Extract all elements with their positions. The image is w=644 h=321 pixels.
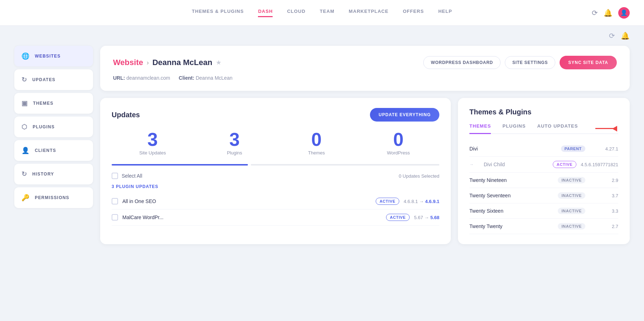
progress-bars [112,164,439,166]
sidebar-label-updates: UPDATES [32,77,55,82]
plugin-checkbox-0[interactable] [112,198,118,204]
plugin-badge-0: ACTIVE [376,198,399,205]
theme-row-4: Twenty Sixteen INACTIVE 3.3 [469,203,618,219]
two-column-section: Updates UPDATE EVERYTHING 3 Site Updates… [100,98,630,244]
plugin-name-1: MalCare WordPr... [122,214,382,220]
theme-name-divi: Divi [469,146,557,152]
select-all-checkbox[interactable] [112,173,118,179]
theme-row-5: Twenty Twenty INACTIVE 2.7 [469,219,618,234]
sync-site-data-button[interactable]: SYNC SITE DATA [560,56,617,69]
theme-version-seventeen: 3.7 [590,193,618,198]
globe-icon: 🌐 [21,52,30,60]
theme-version-sixteen: 3.3 [590,208,618,214]
theme-badge-divi-child: ACTIVE [553,161,576,168]
main-content: Website › Deanna McLean ★ WORDPRESS DASH… [100,46,630,244]
star-icon[interactable]: ★ [216,59,221,66]
plugin-row-0: All in One SEO ACTIVE 4.6.8.1 → 4.6.9.1 [112,193,439,209]
themes-tabs: THEMES PLUGINS AUTO UPDATES [469,123,618,134]
sidebar-item-clients[interactable]: 👤 CLIENTS [14,140,93,161]
site-actions: WORDPRESS DASHBOARD SITE SETTINGS SYNC S… [423,56,617,69]
main-layout: 🌐 WEBSITES ↻ UPDATES ▣ THEMES ⬡ PLUGINS … [0,46,644,258]
arrow-indicator [595,128,618,129]
bell-icon[interactable]: 🔔 [604,9,613,17]
sidebar-item-history[interactable]: ↻ HISTORY [14,164,93,184]
theme-row-1: → Divi Child ACTIVE 4.5.6.1597771821 [469,157,618,173]
site-header-top: Website › Deanna McLean ★ WORDPRESS DASH… [113,56,617,69]
wordpress-dashboard-button[interactable]: WORDPRESS DASHBOARD [423,56,501,69]
plugin-checkbox-1[interactable] [112,214,118,221]
theme-name-seventeen: Twenty Seventeen [469,193,553,198]
stat-number-plugins: 3 [194,130,275,149]
site-url-value: deannamclean.com [126,75,170,81]
plugin-name-0: All in One SEO [122,198,371,204]
notification-icon[interactable]: 🔔 [621,31,630,40]
sidebar-item-websites[interactable]: 🌐 WEBSITES [14,46,93,66]
theme-version-twenty: 2.7 [590,224,618,229]
stat-number-wordpress: 0 [357,130,439,149]
site-client-value: Deanna McLean [196,75,233,81]
themes-panel-title: Themes & Plugins [469,108,618,116]
stat-site-updates: 3 Site Updates [112,130,194,155]
update-everything-button[interactable]: UPDATE EVERYTHING [370,108,439,122]
refresh-icon[interactable]: ⟳ [592,9,598,17]
nav-help[interactable]: HELP [438,9,452,17]
history-icon: ↻ [21,170,27,178]
stat-label-site-updates: Site Updates [112,150,194,155]
site-meta: URL: deannamclean.com Client: Deanna McL… [113,75,617,81]
themes-icon: ▣ [21,99,28,107]
progress-bar-inactive [251,164,439,166]
sidebar-label-websites: WEBSITES [35,54,60,59]
sidebar-item-permissions[interactable]: 🔑 PERMISSIONS [14,187,93,208]
tab-plugins[interactable]: PLUGINS [502,123,526,134]
stat-plugins: 3 Plugins [194,130,275,155]
user-avatar[interactable]: 👤 [618,7,630,19]
nav-marketplace[interactable]: MARKETPLACE [349,9,389,17]
select-all-left: Select All [112,173,142,179]
theme-version-nineteen: 2.9 [590,178,618,183]
nav-cloud[interactable]: CLOUD [287,9,305,17]
stat-wordpress: 0 WordPress [357,130,439,155]
select-all-row: Select All 0 Updates Selected [112,173,439,179]
sidebar-item-plugins[interactable]: ⬡ PLUGINS [14,117,93,137]
breadcrumb-website[interactable]: Website [113,58,143,67]
theme-badge-divi: PARENT [561,145,585,152]
stat-label-themes: Themes [275,150,357,155]
nav-items: THEMES & PLUGINS DASH CLOUD TEAM MARKETP… [192,9,452,17]
nav-offers[interactable]: OFFERS [403,9,424,17]
stat-label-plugins: Plugins [194,150,275,155]
permissions-icon: 🔑 [21,194,30,202]
theme-badge-nineteen: INACTIVE [558,177,585,183]
stat-number-themes: 0 [275,130,357,149]
nav-dash[interactable]: DASH [258,9,273,17]
plugins-icon: ⬡ [21,123,28,131]
stats-row: 3 Site Updates 3 Plugins 0 Themes 0 Word… [112,130,439,155]
tab-themes[interactable]: THEMES [469,123,491,134]
select-all-label[interactable]: Select All [122,173,142,179]
site-settings-button[interactable]: SITE SETTINGS [505,56,555,69]
arrow-red [595,128,617,129]
updates-header: Updates UPDATE EVERYTHING [112,108,439,122]
theme-version-divi: 4.27.1 [590,146,618,152]
theme-row-2: Twenty Nineteen INACTIVE 2.9 [469,173,618,188]
sidebar-item-updates[interactable]: ↻ UPDATES [14,69,93,90]
nav-team[interactable]: TEAM [320,9,335,17]
theme-name-sixteen: Twenty Sixteen [469,208,553,214]
plugin-badge-1: ACTIVE [386,214,410,221]
stat-number-site-updates: 3 [112,130,194,149]
breadcrumb: Website › Deanna McLean ★ [113,58,221,67]
updates-panel: Updates UPDATE EVERYTHING 3 Site Updates… [100,98,451,244]
sidebar-label-themes: THEMES [33,101,53,106]
updates-count: 0 Updates Selected [399,173,439,179]
tab-auto-updates[interactable]: AUTO UPDATES [537,123,578,134]
sync-icon[interactable]: ⟳ [609,31,615,40]
sidebar-item-themes[interactable]: ▣ THEMES [14,93,93,114]
sidebar-label-plugins: PLUGINS [33,124,55,129]
themes-panel: Themes & Plugins THEMES PLUGINS AUTO UPD… [458,98,630,244]
nav-themes-plugins[interactable]: THEMES & PLUGINS [192,9,244,17]
stat-themes: 0 Themes [275,130,357,155]
theme-badge-sixteen: INACTIVE [558,208,585,214]
updates-title: Updates [112,111,140,119]
top-navigation: THEMES & PLUGINS DASH CLOUD TEAM MARKETP… [0,0,644,26]
plugin-updates-label: 3 PLUGIN UPDATES [112,184,439,189]
breadcrumb-arrow: › [147,59,149,66]
